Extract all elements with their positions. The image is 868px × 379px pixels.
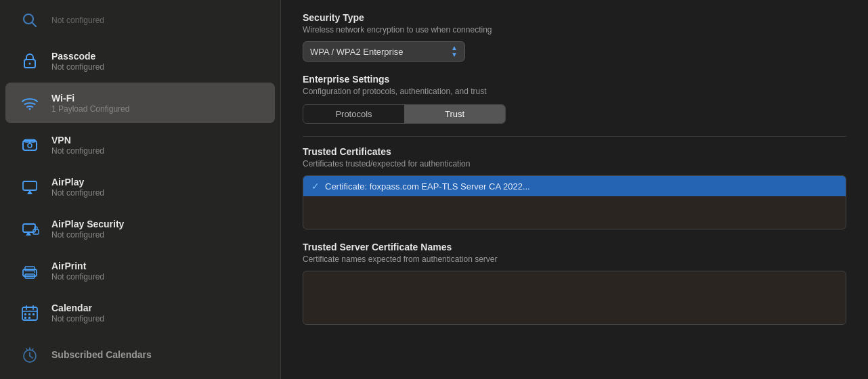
sidebar-item-airprint[interactable]: AirPrint Not configured: [5, 250, 275, 291]
calendar-text: Calendar Not configured: [51, 303, 104, 324]
svg-point-4: [29, 108, 31, 110]
tab-trust[interactable]: Trust: [404, 105, 505, 123]
vpn-title: VPN: [51, 135, 104, 146]
trusted-certificates-desc: Certificates trusted/expected for authen…: [303, 159, 846, 169]
trusted-certificates-label: Trusted Certificates: [303, 146, 846, 157]
cert-row-empty: [303, 196, 846, 223]
svg-rect-25: [28, 317, 30, 319]
security-type-desc: Wireless network encryption to use when …: [303, 25, 846, 35]
subscribed-calendars-text: Subscribed Calendars: [51, 349, 152, 360]
security-type-label: Security Type: [303, 12, 846, 23]
sidebar-item-airplay[interactable]: AirPlay Not configured: [5, 166, 275, 207]
vpn-subtitle: Not configured: [51, 146, 104, 156]
tab-protocols[interactable]: Protocols: [303, 105, 404, 123]
passcode-title: Passcode: [51, 51, 104, 62]
dropdown-value: WPA / WPA2 Enterprise: [310, 47, 404, 57]
trusted-server-names-section: Trusted Server Certificate Names Certifi…: [303, 242, 846, 325]
airplay-security-icon: [16, 215, 43, 242]
enterprise-tabs: Protocols Trust: [303, 104, 506, 124]
subscribed-calendars-icon: [16, 341, 43, 368]
trusted-certificates-box: ✓ Certificate: foxpass.com EAP-TLS Serve…: [303, 175, 846, 229]
vpn-icon: [16, 131, 43, 158]
calendar-title: Calendar: [51, 303, 104, 313]
wifi-icon: [16, 89, 43, 116]
enterprise-settings-desc: Configuration of protocols, authenticati…: [303, 87, 846, 96]
airprint-text: AirPrint Not configured: [51, 261, 104, 282]
svg-line-1: [32, 23, 37, 27]
airplay-security-text: AirPlay Security Not configured: [51, 219, 124, 240]
sidebar-item-wifi[interactable]: Wi-Fi 1 Payload Configured: [5, 83, 275, 123]
cert-entry-text: Certificate: foxpass.com EAP-TLS Server …: [325, 181, 530, 192]
trusted-server-names-label: Trusted Server Certificate Names: [303, 242, 846, 252]
sidebar-item-passcode[interactable]: Passcode Not configured: [5, 41, 275, 81]
airplay-title: AirPlay: [51, 177, 104, 187]
passcode-icon: [16, 47, 43, 74]
svg-rect-22: [28, 313, 30, 315]
passcode-text: Passcode Not configured: [51, 51, 104, 72]
calendar-icon: [16, 299, 43, 326]
enterprise-settings-label: Enterprise Settings: [303, 74, 846, 85]
partial-top-subtitle: Not configured: [51, 16, 104, 25]
sidebar: Not configured Passcode Not configured: [0, 0, 281, 379]
airplay-icon: [16, 173, 43, 200]
enterprise-settings-section: Enterprise Settings Configuration of pro…: [303, 74, 846, 96]
security-type-section: Security Type Wireless network encryptio…: [303, 12, 846, 62]
svg-point-3: [29, 63, 31, 65]
security-type-dropdown[interactable]: WPA / WPA2 Enterprise ▲▼: [303, 41, 465, 62]
trusted-certificates-section: Trusted Certificates Certificates truste…: [303, 146, 846, 229]
dropdown-chevrons-icon: ▲▼: [451, 45, 458, 58]
divider: [303, 136, 846, 137]
airplay-subtitle: Not configured: [51, 188, 104, 198]
subscribed-calendars-title: Subscribed Calendars: [51, 349, 152, 360]
cert-row-selected[interactable]: ✓ Certificate: foxpass.com EAP-TLS Serve…: [303, 176, 846, 196]
svg-rect-21: [24, 313, 26, 315]
wifi-subtitle: 1 Payload Configured: [51, 104, 129, 114]
vpn-text: VPN Not configured: [51, 135, 104, 156]
svg-rect-24: [24, 317, 26, 319]
svg-rect-23: [32, 313, 35, 315]
wifi-text: Wi-Fi 1 Payload Configured: [51, 93, 129, 114]
sidebar-item-subscribed-calendars[interactable]: Subscribed Calendars: [5, 334, 275, 375]
airprint-subtitle: Not configured: [51, 272, 104, 282]
sidebar-item-calendar[interactable]: Calendar Not configured: [5, 292, 275, 333]
svg-point-16: [34, 271, 35, 273]
svg-rect-14: [25, 267, 35, 271]
sidebar-item-partial-top: Not configured: [5, 1, 275, 39]
search-icon: [16, 7, 43, 34]
checkbox-checked-icon: ✓: [311, 181, 320, 192]
sidebar-item-airplay-security[interactable]: AirPlay Security Not configured: [5, 208, 275, 249]
airplay-security-title: AirPlay Security: [51, 219, 124, 229]
svg-line-31: [30, 356, 32, 358]
trusted-server-names-desc: Certificate names expected from authenti…: [303, 254, 846, 264]
server-names-box: [303, 271, 846, 325]
passcode-subtitle: Not configured: [51, 62, 104, 72]
wifi-title: Wi-Fi: [51, 93, 129, 104]
airprint-icon: [16, 257, 43, 284]
calendar-subtitle: Not configured: [51, 314, 104, 324]
svg-point-6: [28, 143, 32, 148]
main-content: Security Type Wireless network encryptio…: [281, 0, 868, 379]
airplay-security-subtitle: Not configured: [51, 230, 124, 240]
svg-rect-8: [23, 181, 37, 190]
sidebar-item-vpn[interactable]: VPN Not configured: [5, 125, 275, 165]
airplay-text: AirPlay Not configured: [51, 177, 104, 198]
airprint-title: AirPrint: [51, 261, 104, 271]
